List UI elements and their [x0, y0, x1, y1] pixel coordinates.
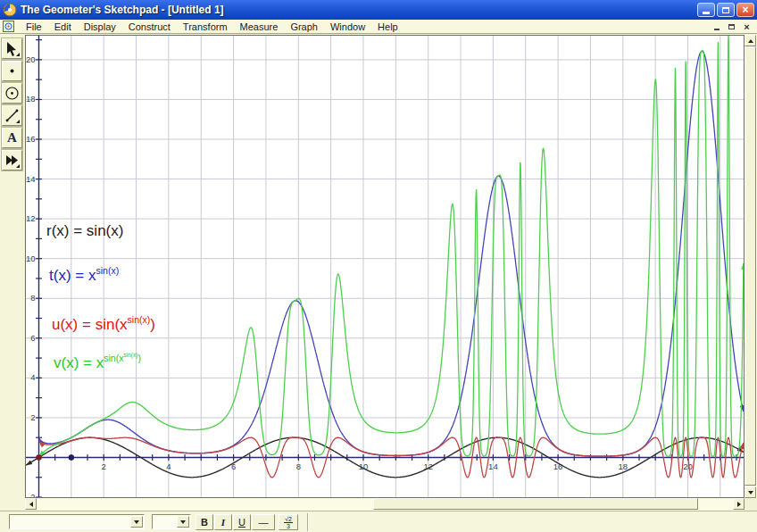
italic-button[interactable]: I [214, 514, 232, 530]
minimize-icon [703, 12, 710, 14]
horizontal-scroll-thumb[interactable] [373, 498, 698, 510]
font-combo-dropdown[interactable] [130, 516, 143, 528]
origin-point[interactable] [36, 454, 41, 460]
function-plot: 2468101214161820-22468101214161820 [26, 36, 744, 497]
svg-text:20: 20 [683, 461, 693, 471]
right-arrow-icon [737, 502, 741, 507]
doc-restore-icon [728, 24, 735, 29]
doc-minimize-icon [714, 29, 720, 30]
unit-point[interactable] [69, 454, 74, 460]
svg-text:12: 12 [26, 213, 36, 223]
svg-text:18: 18 [619, 461, 628, 471]
svg-text:14: 14 [26, 174, 36, 184]
text-format-toolbar: B I U — √2 3 [0, 511, 757, 532]
minimize-button[interactable] [697, 3, 715, 17]
vertical-scrollbar[interactable] [745, 35, 757, 498]
menu-file[interactable]: File [20, 21, 48, 33]
menu-measure[interactable]: Measure [234, 21, 285, 33]
toolbox: A [0, 34, 24, 511]
up-arrow-icon [748, 39, 753, 43]
menu-construct[interactable]: Construct [122, 21, 177, 33]
bold-button[interactable]: B [195, 514, 213, 530]
scroll-left-button[interactable] [25, 498, 37, 510]
function-label-u[interactable]: u(x) = sin(xsin(x)) [52, 316, 155, 334]
svg-text:18: 18 [26, 94, 36, 104]
sketch-canvas[interactable]: 2468101214161820-22468101214161820 r(x) … [25, 35, 745, 498]
menu-bar: File Edit Display Construct Transform Me… [0, 20, 757, 34]
point-icon [4, 62, 21, 79]
toolbar-separator [307, 513, 308, 531]
dropdown-arrow-icon [134, 520, 139, 524]
svg-text:14: 14 [488, 461, 498, 471]
svg-text:20: 20 [26, 54, 36, 64]
function-label-r[interactable]: r(x) = sin(x) [46, 222, 123, 240]
scroll-right-button[interactable] [733, 498, 745, 510]
selection-arrow-tool[interactable] [2, 38, 22, 59]
svg-text:-2: -2 [28, 492, 35, 497]
curve-v[interactable] [39, 36, 744, 457]
horizontal-scrollbar[interactable] [25, 498, 745, 511]
svg-text:8: 8 [30, 293, 35, 303]
title-bar: The Geometer's Sketchpad - [Untitled 1] … [0, 0, 757, 20]
doc-close-button[interactable]: × [740, 21, 753, 32]
svg-text:6: 6 [30, 333, 35, 343]
menu-transform[interactable]: Transform [177, 21, 234, 33]
app-window: The Geometer's Sketchpad - [Untitled 1] … [0, 0, 757, 532]
text-tool[interactable]: A [2, 128, 22, 148]
function-label-t[interactable]: t(x) = xsin(x) [49, 267, 119, 285]
close-icon: × [742, 4, 748, 15]
segment-icon [4, 107, 21, 124]
restore-button[interactable] [717, 3, 735, 17]
restore-icon [722, 7, 729, 13]
circle-icon [4, 85, 21, 102]
svg-text:8: 8 [296, 461, 301, 471]
custom-tool[interactable] [2, 150, 22, 170]
curve-t[interactable] [39, 51, 744, 456]
text-tool-icon: A [7, 131, 17, 145]
svg-text:4: 4 [166, 461, 171, 471]
math-fraction-icon: √2 3 [284, 516, 293, 529]
svg-text:10: 10 [26, 254, 36, 263]
size-combo-dropdown[interactable] [177, 516, 189, 528]
svg-text:2: 2 [102, 461, 106, 471]
style-dash-button[interactable]: — [252, 514, 275, 530]
size-combo[interactable] [152, 514, 191, 529]
doc-restore-button[interactable] [725, 21, 738, 32]
math-format-button[interactable]: √2 3 [279, 514, 298, 530]
app-icon [3, 3, 17, 17]
font-combo[interactable] [9, 514, 145, 529]
arrow-icon [4, 40, 21, 57]
underline-button[interactable]: U [233, 514, 251, 530]
close-button[interactable]: × [736, 3, 754, 17]
scroll-down-button[interactable] [745, 486, 756, 498]
scroll-up-button[interactable] [745, 35, 756, 46]
svg-text:16: 16 [26, 134, 36, 144]
menu-window[interactable]: Window [324, 21, 371, 33]
straightedge-tool[interactable] [2, 105, 22, 126]
dropdown-arrow-icon [180, 520, 186, 524]
doc-close-icon: × [744, 22, 749, 32]
svg-text:4: 4 [30, 372, 35, 382]
function-label-v[interactable]: v(x) = xsin(xsin(x)) [54, 354, 141, 372]
doc-minimize-button[interactable] [710, 21, 723, 32]
point-tool[interactable] [2, 61, 22, 81]
menu-edit[interactable]: Edit [48, 21, 78, 33]
menu-help[interactable]: Help [371, 21, 404, 33]
window-title: The Geometer's Sketchpad - [Untitled 1] [21, 4, 224, 16]
document-icon [3, 21, 14, 32]
menu-graph[interactable]: Graph [284, 21, 324, 33]
menu-display[interactable]: Display [78, 21, 122, 33]
compass-tool[interactable] [2, 83, 22, 104]
down-arrow-icon [748, 491, 753, 495]
double-arrow-icon [4, 152, 21, 169]
svg-text:2: 2 [30, 412, 35, 422]
vertical-scroll-thumb[interactable] [745, 46, 756, 486]
left-arrow-icon [29, 502, 33, 507]
